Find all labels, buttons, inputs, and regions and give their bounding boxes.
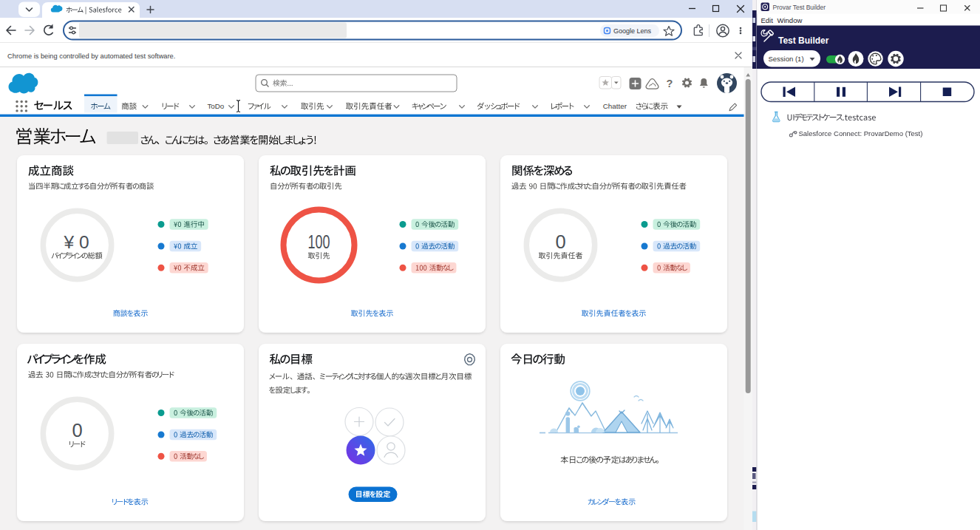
svg-text:100: 100	[308, 231, 330, 252]
svg-text:Test Builder: Test Builder	[778, 35, 829, 46]
svg-text:Salesforce Connect: ProvarDemo: Salesforce Connect: ProvarDemo (Test)	[799, 129, 923, 137]
svg-text:0: 0	[555, 231, 565, 252]
svg-text:Session (1): Session (1)	[769, 55, 804, 63]
svg-text:Chatter: Chatter	[603, 102, 627, 110]
svg-text:Window: Window	[777, 16, 803, 24]
svg-text:Google Lens: Google Lens	[613, 27, 652, 35]
svg-text:ToDo: ToDo	[207, 102, 224, 110]
svg-text:Chrome is being controlled by: Chrome is being controlled by automated …	[7, 52, 175, 60]
svg-text:¥ 0: ¥ 0	[63, 232, 89, 252]
svg-text:Provar Test Builder: Provar Test Builder	[773, 4, 826, 11]
svg-text:0: 0	[72, 420, 82, 441]
svg-text:?: ?	[667, 78, 673, 89]
svg-text:Edit: Edit	[761, 16, 774, 24]
